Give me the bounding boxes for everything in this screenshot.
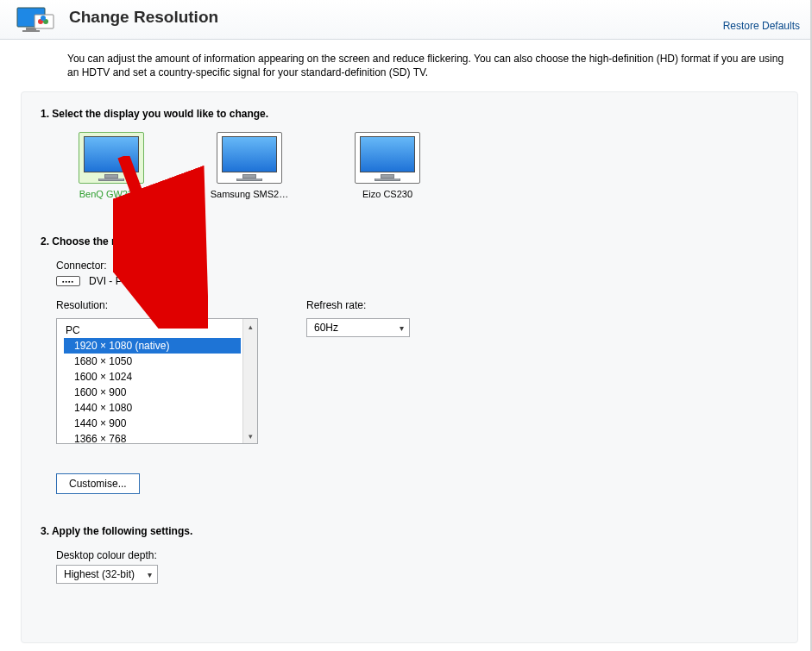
refresh-rate-select[interactable]: 60Hz ▾ <box>306 318 410 337</box>
monitor-icon <box>217 132 282 184</box>
customise-button-label: Customise... <box>69 478 127 490</box>
display-item-2[interactable]: Eizo CS230 <box>344 132 431 199</box>
listbox-scrollbar[interactable]: ▴ ▾ <box>242 319 257 443</box>
display-item-1[interactable]: Samsung SMS2… <box>206 132 293 199</box>
svg-rect-2 <box>22 30 40 32</box>
connector-value: DVI - PC display <box>89 275 165 287</box>
resolution-option[interactable]: 1680 × 1050 <box>57 354 242 369</box>
resolution-group-header: PC <box>57 322 242 338</box>
display-item-0[interactable]: BenQ GW2270 <box>68 132 154 199</box>
colour-depth-select[interactable]: Highest (32-bit) ▾ <box>56 565 158 584</box>
resolution-listbox[interactable]: PC1920 × 1080 (native)1680 × 10501600 × … <box>56 318 258 444</box>
display-label: Eizo CS230 <box>362 189 412 199</box>
section-choose-resolution: 2. Choose the resolution. Connector: ▪▪▪… <box>41 235 778 494</box>
section-select-display: 1. Select the display you would like to … <box>41 108 778 199</box>
intro-text: You can adjust the amount of information… <box>0 40 810 91</box>
resolution-option[interactable]: 1366 × 768 <box>57 431 242 443</box>
app-logo-icon <box>16 4 57 35</box>
resolution-option[interactable]: 1600 × 1024 <box>57 369 242 385</box>
connector-label: Connector: <box>56 260 778 272</box>
display-label: Samsung SMS2… <box>211 189 288 199</box>
section-apply-settings: 3. Apply the following settings. Desktop… <box>41 525 778 584</box>
svg-point-6 <box>41 16 46 21</box>
chevron-down-icon: ▾ <box>400 323 404 333</box>
refresh-rate-label: Refresh rate: <box>306 299 410 311</box>
section-3-title: 3. Apply the following settings. <box>41 525 778 537</box>
monitor-icon <box>79 132 144 184</box>
page-title: Change Resolution <box>69 8 218 32</box>
resolution-option[interactable]: 1920 × 1080 (native) <box>64 338 241 354</box>
dvi-connector-icon: ▪▪▪▪ <box>56 276 80 286</box>
resolution-option[interactable]: 1600 × 900 <box>57 385 242 400</box>
display-label: BenQ GW2270 <box>79 189 144 199</box>
customise-button[interactable]: Customise... <box>56 473 140 494</box>
colour-depth-label: Desktop colour depth: <box>56 549 778 561</box>
main-panel: 1. Select the display you would like to … <box>21 91 798 643</box>
resolution-option[interactable]: 1440 × 900 <box>57 416 242 431</box>
page-header: Change Resolution Restore Defaults <box>0 0 810 40</box>
colour-depth-value: Highest (32-bit) <box>64 568 135 580</box>
section-1-title: 1. Select the display you would like to … <box>41 108 778 120</box>
scroll-down-icon[interactable]: ▾ <box>245 430 256 441</box>
restore-defaults-link[interactable]: Restore Defaults <box>723 20 800 35</box>
refresh-rate-value: 60Hz <box>314 322 338 334</box>
resolution-label: Resolution: <box>56 299 258 311</box>
scroll-up-icon[interactable]: ▴ <box>245 321 256 332</box>
resolution-option[interactable]: 1440 × 1080 <box>57 400 242 416</box>
chevron-down-icon: ▾ <box>148 570 152 579</box>
section-2-title: 2. Choose the resolution. <box>41 235 778 247</box>
monitor-icon <box>355 132 420 184</box>
displays-row: BenQ GW2270Samsung SMS2…Eizo CS230 <box>41 132 778 199</box>
